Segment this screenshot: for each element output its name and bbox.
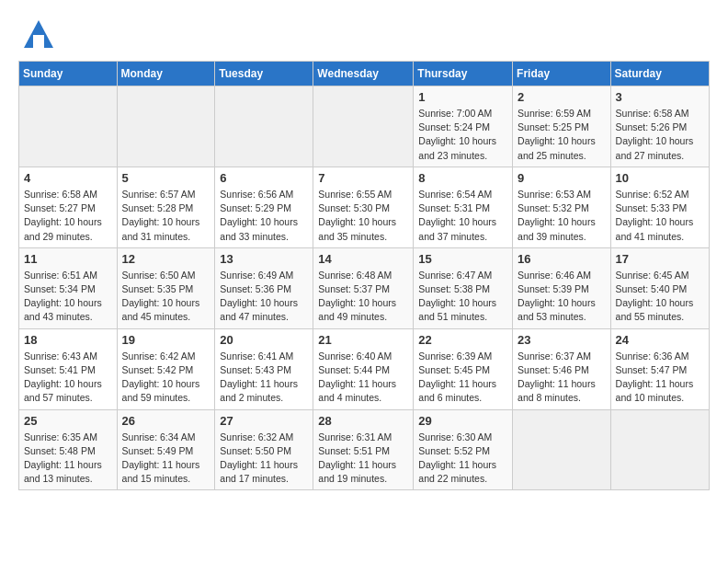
header-day-friday: Friday <box>513 62 611 86</box>
day-number: 3 <box>616 90 704 104</box>
day-number: 17 <box>616 252 704 266</box>
empty-cell <box>513 409 611 490</box>
calendar-week-5: 25Sunrise: 6:35 AMSunset: 5:48 PMDayligh… <box>19 409 710 490</box>
calendar-day-15: 15Sunrise: 6:47 AMSunset: 5:38 PMDayligh… <box>414 247 513 328</box>
day-number: 28 <box>318 414 408 428</box>
calendar-day-4: 4Sunrise: 6:58 AMSunset: 5:27 PMDaylight… <box>19 167 118 247</box>
day-detail: Sunrise: 6:48 AMSunset: 5:37 PMDaylight:… <box>318 269 408 325</box>
calendar-day-5: 5Sunrise: 6:57 AMSunset: 5:28 PMDaylight… <box>117 167 215 247</box>
day-number: 5 <box>122 171 210 185</box>
day-number: 19 <box>122 333 210 347</box>
day-detail: Sunrise: 6:32 AMSunset: 5:50 PMDaylight:… <box>220 431 308 487</box>
day-detail: Sunrise: 7:00 AMSunset: 5:24 PMDaylight:… <box>418 107 507 163</box>
day-detail: Sunrise: 6:59 AMSunset: 5:25 PMDaylight:… <box>518 107 606 163</box>
calendar-day-9: 9Sunrise: 6:53 AMSunset: 5:32 PMDaylight… <box>513 167 611 247</box>
day-number: 2 <box>518 90 606 104</box>
calendar-day-28: 28Sunrise: 6:31 AMSunset: 5:51 PMDayligh… <box>313 409 414 490</box>
day-number: 22 <box>418 333 507 347</box>
day-number: 24 <box>616 333 704 347</box>
calendar-day-22: 22Sunrise: 6:39 AMSunset: 5:45 PMDayligh… <box>414 328 513 409</box>
day-detail: Sunrise: 6:55 AMSunset: 5:30 PMDaylight:… <box>318 188 408 244</box>
day-detail: Sunrise: 6:46 AMSunset: 5:39 PMDaylight:… <box>518 269 606 325</box>
calendar-day-6: 6Sunrise: 6:56 AMSunset: 5:29 PMDaylight… <box>215 167 313 247</box>
header-day-saturday: Saturday <box>610 62 709 86</box>
calendar-day-13: 13Sunrise: 6:49 AMSunset: 5:36 PMDayligh… <box>215 247 313 328</box>
calendar-week-3: 11Sunrise: 6:51 AMSunset: 5:34 PMDayligh… <box>19 247 710 328</box>
day-number: 11 <box>24 252 112 266</box>
day-number: 20 <box>220 333 308 347</box>
day-number: 15 <box>418 252 507 266</box>
day-detail: Sunrise: 6:45 AMSunset: 5:40 PMDaylight:… <box>616 269 704 325</box>
calendar-day-10: 10Sunrise: 6:52 AMSunset: 5:33 PMDayligh… <box>610 167 709 247</box>
day-number: 21 <box>318 333 408 347</box>
day-detail: Sunrise: 6:42 AMSunset: 5:42 PMDaylight:… <box>122 350 210 406</box>
day-number: 6 <box>220 171 308 185</box>
day-detail: Sunrise: 6:49 AMSunset: 5:36 PMDaylight:… <box>220 269 308 325</box>
calendar-day-29: 29Sunrise: 6:30 AMSunset: 5:52 PMDayligh… <box>414 409 513 490</box>
empty-cell <box>610 409 709 490</box>
day-number: 27 <box>220 414 308 428</box>
day-number: 18 <box>24 333 112 347</box>
day-number: 12 <box>122 252 210 266</box>
day-detail: Sunrise: 6:35 AMSunset: 5:48 PMDaylight:… <box>24 431 112 487</box>
day-number: 16 <box>518 252 606 266</box>
calendar-day-19: 19Sunrise: 6:42 AMSunset: 5:42 PMDayligh… <box>117 328 215 409</box>
day-number: 25 <box>24 414 112 428</box>
day-detail: Sunrise: 6:30 AMSunset: 5:52 PMDaylight:… <box>418 431 507 487</box>
day-detail: Sunrise: 6:52 AMSunset: 5:33 PMDaylight:… <box>616 188 704 244</box>
logo-icon <box>18 18 59 52</box>
calendar-day-20: 20Sunrise: 6:41 AMSunset: 5:43 PMDayligh… <box>215 328 313 409</box>
calendar-table: SundayMondayTuesdayWednesdayThursdayFrid… <box>18 61 710 490</box>
header-row: SundayMondayTuesdayWednesdayThursdayFrid… <box>19 62 710 86</box>
day-number: 26 <box>122 414 210 428</box>
page-header <box>18 18 710 52</box>
calendar-day-12: 12Sunrise: 6:50 AMSunset: 5:35 PMDayligh… <box>117 247 215 328</box>
empty-cell <box>215 86 313 167</box>
header-day-wednesday: Wednesday <box>313 62 414 86</box>
day-detail: Sunrise: 6:36 AMSunset: 5:47 PMDaylight:… <box>616 350 704 406</box>
day-detail: Sunrise: 6:31 AMSunset: 5:51 PMDaylight:… <box>318 431 408 487</box>
day-detail: Sunrise: 6:41 AMSunset: 5:43 PMDaylight:… <box>220 350 308 406</box>
calendar-day-16: 16Sunrise: 6:46 AMSunset: 5:39 PMDayligh… <box>513 247 611 328</box>
day-number: 23 <box>518 333 606 347</box>
day-detail: Sunrise: 6:37 AMSunset: 5:46 PMDaylight:… <box>518 350 606 406</box>
day-number: 9 <box>518 171 606 185</box>
calendar-day-18: 18Sunrise: 6:43 AMSunset: 5:41 PMDayligh… <box>19 328 118 409</box>
day-detail: Sunrise: 6:56 AMSunset: 5:29 PMDaylight:… <box>220 188 308 244</box>
day-number: 7 <box>318 171 408 185</box>
day-detail: Sunrise: 6:57 AMSunset: 5:28 PMDaylight:… <box>122 188 210 244</box>
day-number: 1 <box>418 90 507 104</box>
day-detail: Sunrise: 6:51 AMSunset: 5:34 PMDaylight:… <box>24 269 112 325</box>
day-detail: Sunrise: 6:54 AMSunset: 5:31 PMDaylight:… <box>418 188 507 244</box>
day-number: 14 <box>318 252 408 266</box>
day-detail: Sunrise: 6:43 AMSunset: 5:41 PMDaylight:… <box>24 350 112 406</box>
calendar-week-1: 1Sunrise: 7:00 AMSunset: 5:24 PMDaylight… <box>19 86 710 167</box>
logo <box>18 18 63 52</box>
calendar-day-24: 24Sunrise: 6:36 AMSunset: 5:47 PMDayligh… <box>610 328 709 409</box>
header-day-thursday: Thursday <box>414 62 513 86</box>
calendar-day-2: 2Sunrise: 6:59 AMSunset: 5:25 PMDaylight… <box>513 86 611 167</box>
header-day-tuesday: Tuesday <box>215 62 313 86</box>
empty-cell <box>117 86 215 167</box>
calendar-body: 1Sunrise: 7:00 AMSunset: 5:24 PMDaylight… <box>19 86 710 490</box>
calendar-day-26: 26Sunrise: 6:34 AMSunset: 5:49 PMDayligh… <box>117 409 215 490</box>
day-detail: Sunrise: 6:47 AMSunset: 5:38 PMDaylight:… <box>418 269 507 325</box>
calendar-header: SundayMondayTuesdayWednesdayThursdayFrid… <box>19 62 710 86</box>
calendar-day-25: 25Sunrise: 6:35 AMSunset: 5:48 PMDayligh… <box>19 409 118 490</box>
header-day-monday: Monday <box>117 62 215 86</box>
day-detail: Sunrise: 6:40 AMSunset: 5:44 PMDaylight:… <box>318 350 408 406</box>
calendar-day-17: 17Sunrise: 6:45 AMSunset: 5:40 PMDayligh… <box>610 247 709 328</box>
calendar-day-7: 7Sunrise: 6:55 AMSunset: 5:30 PMDaylight… <box>313 167 414 247</box>
header-day-sunday: Sunday <box>19 62 118 86</box>
calendar-day-11: 11Sunrise: 6:51 AMSunset: 5:34 PMDayligh… <box>19 247 118 328</box>
empty-cell <box>19 86 118 167</box>
calendar-day-23: 23Sunrise: 6:37 AMSunset: 5:46 PMDayligh… <box>513 328 611 409</box>
day-detail: Sunrise: 6:39 AMSunset: 5:45 PMDaylight:… <box>418 350 507 406</box>
calendar-day-27: 27Sunrise: 6:32 AMSunset: 5:50 PMDayligh… <box>215 409 313 490</box>
day-detail: Sunrise: 6:50 AMSunset: 5:35 PMDaylight:… <box>122 269 210 325</box>
day-detail: Sunrise: 6:53 AMSunset: 5:32 PMDaylight:… <box>518 188 606 244</box>
calendar-day-8: 8Sunrise: 6:54 AMSunset: 5:31 PMDaylight… <box>414 167 513 247</box>
day-number: 8 <box>418 171 507 185</box>
calendar-week-4: 18Sunrise: 6:43 AMSunset: 5:41 PMDayligh… <box>19 328 710 409</box>
day-detail: Sunrise: 6:34 AMSunset: 5:49 PMDaylight:… <box>122 431 210 487</box>
